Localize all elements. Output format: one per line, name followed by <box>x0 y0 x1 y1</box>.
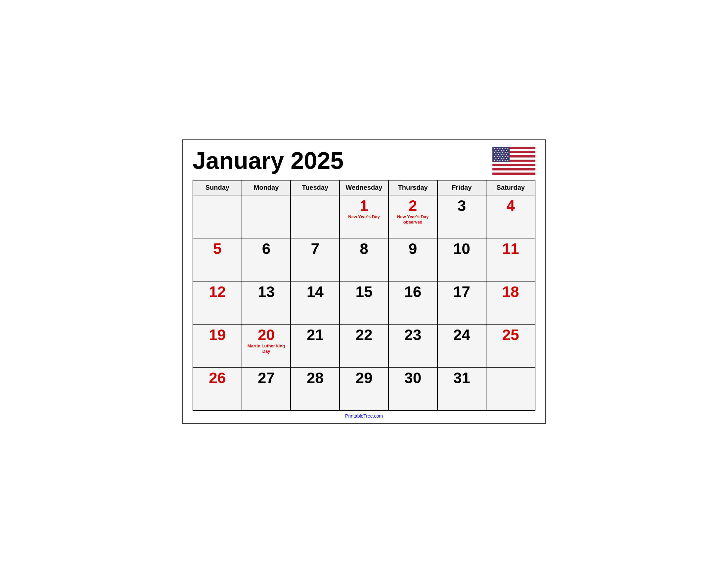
calendar-cell: 17 <box>437 281 486 324</box>
day-number: 10 <box>453 241 470 256</box>
svg-text:★: ★ <box>502 160 503 162</box>
day-number: 28 <box>307 370 324 386</box>
calendar-cell: 9 <box>388 238 437 281</box>
calendar-cell: 15 <box>340 281 388 324</box>
holiday-label: New Year's Day <box>348 214 380 220</box>
day-number: 5 <box>213 241 222 256</box>
calendar-week-row: 262728293031 <box>193 367 535 410</box>
calendar-table: Sunday Monday Tuesday Wednesday Thursday… <box>193 180 535 411</box>
calendar-cell: 18 <box>486 281 535 324</box>
day-number: 16 <box>404 284 421 300</box>
calendar-cell <box>193 195 242 238</box>
holiday-label: New Year's Day observed <box>392 214 434 225</box>
header-saturday: Saturday <box>486 180 535 195</box>
day-number: 19 <box>209 327 226 343</box>
day-number: 6 <box>262 241 271 256</box>
calendar-cell <box>242 195 291 238</box>
day-number: 26 <box>209 370 226 386</box>
us-flag-icon: ★★★★★★ ★★★★★ ★★★★★★ ★★★★★ ★★★★★★ ★★★★★ ★… <box>492 147 535 175</box>
calendar-cell: 31 <box>437 367 486 410</box>
header-tuesday: Tuesday <box>291 180 340 195</box>
day-number: 4 <box>506 198 515 213</box>
calendar-cell: 28 <box>291 367 340 410</box>
day-number: 11 <box>502 241 519 256</box>
day-number: 12 <box>209 284 226 300</box>
calendar-header: January 2025 ★★★★★★ ★★★★★ ★★★★★★ ★★★ <box>193 147 535 175</box>
calendar-cell: 16 <box>388 281 437 324</box>
day-number: 22 <box>355 327 372 343</box>
svg-text:★: ★ <box>494 160 495 162</box>
svg-text:★: ★ <box>507 160 509 162</box>
calendar-cell: 7 <box>291 238 340 281</box>
day-number: 21 <box>307 327 324 343</box>
svg-rect-4 <box>492 162 535 164</box>
calendar-cell: 4 <box>486 195 535 238</box>
calendar-cell: 14 <box>291 281 340 324</box>
day-number: 30 <box>404 370 421 386</box>
header-monday: Monday <box>242 180 291 195</box>
calendar-cell: 25 <box>486 324 535 367</box>
day-number: 3 <box>458 198 466 213</box>
calendar-footer: PrintableTree.com <box>193 411 535 420</box>
day-number: 23 <box>404 327 421 343</box>
calendar-cell: 29 <box>340 367 388 410</box>
day-number: 9 <box>409 241 417 256</box>
calendar-cell: 11 <box>486 238 535 281</box>
printabletree-link[interactable]: PrintableTree.com <box>345 413 383 419</box>
day-number: 7 <box>311 241 319 256</box>
header-thursday: Thursday <box>388 180 437 195</box>
day-number: 29 <box>355 370 372 386</box>
calendar-cell <box>291 195 340 238</box>
calendar-cell: 21 <box>291 324 340 367</box>
svg-rect-5 <box>492 166 535 168</box>
day-number: 13 <box>258 284 275 300</box>
day-number: 20 <box>258 327 275 343</box>
calendar-week-row: 1920Martin Luther king Day2122232425 <box>193 324 535 367</box>
weekday-header-row: Sunday Monday Tuesday Wednesday Thursday… <box>193 180 535 195</box>
svg-text:★: ★ <box>496 160 498 162</box>
calendar-week-row: 1New Year's Day2New Year's Day observed3… <box>193 195 535 238</box>
calendar-cell: 6 <box>242 238 291 281</box>
svg-rect-6 <box>492 170 535 172</box>
header-sunday: Sunday <box>193 180 242 195</box>
calendar-cell: 5 <box>193 238 242 281</box>
calendar-page: January 2025 ★★★★★★ ★★★★★ ★★★★★★ ★★★ <box>182 139 546 424</box>
day-number: 15 <box>355 284 372 300</box>
calendar-cell: 10 <box>437 238 486 281</box>
header-friday: Friday <box>437 180 486 195</box>
day-number: 8 <box>360 241 368 256</box>
day-number: 31 <box>453 370 470 386</box>
calendar-cell: 13 <box>242 281 291 324</box>
calendar-week-row: 567891011 <box>193 238 535 281</box>
day-number: 18 <box>502 284 519 300</box>
day-number: 1 <box>360 198 368 213</box>
svg-text:★: ★ <box>499 160 501 162</box>
calendar-cell: 2New Year's Day observed <box>388 195 437 238</box>
day-number: 27 <box>258 370 275 386</box>
calendar-title: January 2025 <box>193 147 343 174</box>
svg-text:★: ★ <box>504 160 506 162</box>
calendar-week-row: 12131415161718 <box>193 281 535 324</box>
calendar-cell: 26 <box>193 367 242 410</box>
day-number: 24 <box>453 327 470 343</box>
calendar-cell: 24 <box>437 324 486 367</box>
calendar-cell: 12 <box>193 281 242 324</box>
calendar-cell <box>486 367 535 410</box>
day-number: 25 <box>502 327 519 343</box>
calendar-cell: 23 <box>388 324 437 367</box>
calendar-cell: 19 <box>193 324 242 367</box>
holiday-label: Martin Luther king Day <box>246 344 287 355</box>
calendar-cell: 20Martin Luther king Day <box>242 324 291 367</box>
day-number: 17 <box>453 284 470 300</box>
calendar-cell: 27 <box>242 367 291 410</box>
day-number: 2 <box>409 198 417 213</box>
calendar-cell: 8 <box>340 238 388 281</box>
header-wednesday: Wednesday <box>340 180 388 195</box>
day-number: 14 <box>307 284 324 300</box>
calendar-cell: 3 <box>437 195 486 238</box>
calendar-cell: 1New Year's Day <box>340 195 388 238</box>
calendar-cell: 22 <box>340 324 388 367</box>
calendar-cell: 30 <box>388 367 437 410</box>
